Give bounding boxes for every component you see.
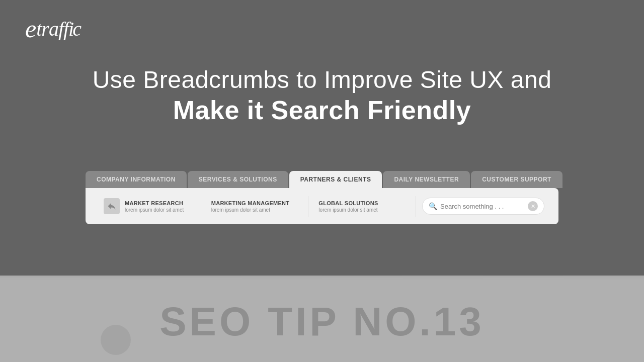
circle-decoration xyxy=(101,325,131,355)
nav-item-global-solutions[interactable]: GLOBAL SOLUTIONS lorem ipsum dolor sit a… xyxy=(308,196,416,217)
tab-customer-support[interactable]: CUSTOMER SUPPORT xyxy=(471,171,562,188)
bottom-section: SEO TIP NO.13 xyxy=(0,279,644,362)
search-area: 🔍 ✕ xyxy=(416,198,550,215)
nav-item-subtitle-marketing-management: lorem ipsum dolor sit amet xyxy=(211,207,290,213)
search-input[interactable] xyxy=(440,203,525,210)
headline-area: Use Breadcrumbs to Improve Site UX and M… xyxy=(0,65,644,126)
search-box: 🔍 ✕ xyxy=(422,198,544,215)
nav-item-marketing-management[interactable]: MARKETING MANAGEMENT lorem ipsum dolor s… xyxy=(201,196,309,217)
nav-item-market-research[interactable]: MARKET RESEARCH lorem ipsum dolor sit am… xyxy=(94,194,201,218)
search-clear-button[interactable]: ✕ xyxy=(528,201,538,211)
seo-tip-text: SEO TIP NO.13 xyxy=(159,299,485,345)
search-icon: 🔍 xyxy=(429,202,437,210)
tabs-row: COMPANY INFORMATION SERVICES & SOLUTIONS… xyxy=(86,171,558,188)
content-bar: MARKET RESEARCH lorem ipsum dolor sit am… xyxy=(86,188,558,224)
tab-daily-newsletter[interactable]: DAILY NEWSLETTER xyxy=(383,171,470,188)
logo-area: etraffic xyxy=(25,14,81,43)
tab-company-information[interactable]: COMPANY INFORMATION xyxy=(86,171,187,188)
nav-item-subtitle-market-research: lorem ipsum dolor sit amet xyxy=(125,207,184,213)
nav-item-title-global-solutions: GLOBAL SOLUTIONS xyxy=(318,200,378,206)
nav-item-title-marketing-management: MARKETING MANAGEMENT xyxy=(211,200,290,206)
tab-services-solutions[interactable]: SERVICES & SOLUTIONS xyxy=(188,171,288,188)
tab-partners-clients[interactable]: PARTNERS & CLIENTS xyxy=(289,171,382,188)
top-section: etraffic Use Breadcrumbs to Improve Site… xyxy=(0,0,644,276)
nav-item-icon-market-research xyxy=(104,198,120,214)
logo: etraffic xyxy=(25,14,81,43)
headline-line1: Use Breadcrumbs to Improve Site UX and xyxy=(0,65,644,95)
nav-item-title-market-research: MARKET RESEARCH xyxy=(125,200,184,206)
nav-container: COMPANY INFORMATION SERVICES & SOLUTIONS… xyxy=(86,171,558,224)
headline-line2: Make it Search Friendly xyxy=(0,95,644,126)
enter-icon xyxy=(107,201,117,211)
nav-item-subtitle-global-solutions: lorem ipsum dolor sit amet xyxy=(318,207,378,213)
close-icon: ✕ xyxy=(531,204,535,209)
